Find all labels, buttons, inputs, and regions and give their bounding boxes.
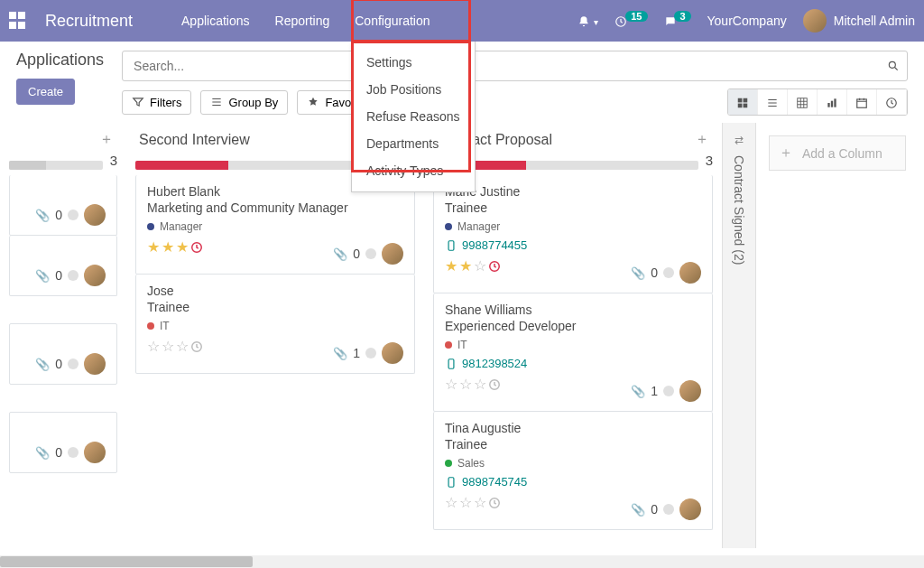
- column-count: 3: [110, 153, 117, 168]
- kanban-card[interactable]: Marie Justine Trainee Manager 9988774455…: [433, 175, 713, 293]
- discuss-badge: 3: [674, 11, 690, 22]
- applicant-name: Marie Justine: [445, 184, 701, 199]
- plus-icon[interactable]: ＋: [695, 130, 709, 149]
- user-menu[interactable]: Mitchell Admin: [803, 9, 915, 33]
- clock-icon: [488, 497, 501, 509]
- svg-rect-18: [448, 478, 454, 488]
- kanban-card[interactable]: Tina Augustie Trainee Sales 9898745745 ☆…: [433, 412, 713, 530]
- column-title: Second Interview: [139, 132, 250, 148]
- svg-rect-6: [798, 98, 808, 108]
- mobile-icon: [445, 239, 457, 252]
- kanban-card[interactable]: 📎0: [9, 236, 117, 296]
- tag-label: IT: [457, 339, 467, 351]
- add-column-label: Add a Column: [802, 146, 882, 161]
- view-graph[interactable]: [818, 89, 847, 115]
- avatar: [803, 9, 827, 33]
- view-switcher: [727, 88, 908, 116]
- menu-job-positions[interactable]: Job Positions: [352, 76, 475, 103]
- kanban-column: ＋ 3 📎0 📎0 📎0 📎0: [0, 123, 126, 548]
- search-input[interactable]: [130, 55, 887, 77]
- svg-rect-9: [834, 99, 836, 107]
- svg-point-1: [889, 61, 895, 68]
- nav-applications[interactable]: Applications: [169, 1, 263, 41]
- phone-number[interactable]: 9898745745: [445, 475, 701, 489]
- status-dot[interactable]: [68, 270, 79, 281]
- applicant-role: Trainee: [147, 300, 403, 314]
- filters-button[interactable]: Filters: [122, 90, 191, 115]
- notifications-icon[interactable]: ▾: [578, 14, 598, 28]
- phone-number[interactable]: 9812398524: [445, 357, 701, 370]
- search-box[interactable]: [122, 51, 908, 81]
- paperclip-icon: 📎: [35, 209, 50, 222]
- company-switcher[interactable]: YourCompany: [707, 14, 787, 28]
- svg-rect-14: [448, 241, 454, 251]
- status-dot[interactable]: [663, 267, 674, 278]
- view-kanban[interactable]: [728, 89, 758, 115]
- horizontal-scrollbar[interactable]: [0, 555, 924, 568]
- paperclip-icon: 📎: [631, 266, 645, 280]
- status-dot[interactable]: [68, 358, 79, 369]
- list-icon: [210, 96, 223, 108]
- avatar: [382, 342, 403, 364]
- paperclip-icon: 📎: [631, 503, 645, 517]
- navbar: Recruitment Applications Reporting Confi…: [0, 0, 924, 42]
- clock-icon: [190, 241, 203, 254]
- view-list[interactable]: [758, 89, 788, 115]
- kanban-card[interactable]: Shane Williams Experienced Developer IT …: [433, 293, 713, 412]
- mobile-icon: [445, 476, 457, 489]
- kanban-card[interactable]: 📎0: [9, 323, 117, 385]
- status-dot[interactable]: [365, 248, 376, 259]
- kanban-card[interactable]: Jose Trainee IT ☆☆☆ 📎1: [135, 275, 415, 374]
- groupby-button[interactable]: Group By: [200, 90, 288, 115]
- search-icon[interactable]: [887, 60, 900, 72]
- brand-title: Recruitment: [45, 12, 133, 31]
- avatar: [84, 204, 106, 226]
- phone-number[interactable]: 9988774455: [445, 238, 701, 252]
- kanban-card[interactable]: 📎0: [9, 175, 117, 236]
- view-activity[interactable]: [877, 89, 907, 115]
- nav-reporting[interactable]: Reporting: [263, 1, 343, 41]
- status-dot[interactable]: [663, 386, 674, 396]
- avatar: [84, 353, 106, 375]
- applicant-role: Trainee: [445, 200, 701, 215]
- view-calendar[interactable]: [847, 89, 877, 115]
- svg-rect-8: [831, 101, 833, 107]
- tag-label: Sales: [457, 457, 485, 470]
- add-column-button[interactable]: ＋ Add a Column: [769, 135, 906, 171]
- star-icon: [307, 96, 319, 108]
- tag-label: Manager: [457, 220, 500, 233]
- menu-activity-types[interactable]: Activity Types: [352, 157, 475, 184]
- tag-dot: [445, 341, 452, 349]
- status-dot[interactable]: [68, 210, 79, 220]
- avatar: [679, 262, 701, 284]
- svg-rect-5: [744, 104, 748, 108]
- add-column: ＋ Add a Column: [756, 123, 919, 548]
- paperclip-icon: 📎: [35, 446, 50, 460]
- activities-icon[interactable]: 15: [614, 14, 647, 28]
- discuss-icon[interactable]: 3: [664, 14, 691, 28]
- tag-dot: [445, 460, 452, 467]
- svg-rect-3: [744, 98, 748, 103]
- menu-settings[interactable]: Settings: [352, 49, 475, 76]
- menu-refuse-reasons[interactable]: Refuse Reasons: [352, 103, 475, 130]
- plus-icon: ＋: [779, 144, 793, 163]
- avatar: [84, 442, 106, 463]
- avatar: [382, 243, 403, 265]
- status-dot[interactable]: [365, 348, 376, 358]
- status-dot[interactable]: [663, 504, 674, 515]
- kanban-card[interactable]: 📎0: [9, 412, 117, 473]
- svg-rect-16: [448, 359, 454, 369]
- apps-icon[interactable]: [9, 12, 27, 30]
- create-button[interactable]: Create: [16, 79, 75, 105]
- applicant-role: Experienced Developer: [445, 319, 701, 333]
- page-title: Applications: [16, 51, 104, 70]
- paperclip-icon: 📎: [35, 358, 50, 371]
- view-pivot[interactable]: [788, 89, 818, 115]
- nav-configuration[interactable]: Configuration: [342, 1, 442, 41]
- nav-right: ▾ 15 3 YourCompany Mitchell Admin: [578, 9, 915, 33]
- status-dot[interactable]: [68, 447, 79, 458]
- clock-icon: [488, 260, 501, 273]
- kanban-folded-column[interactable]: ⇄ Contract Signed (2): [722, 123, 756, 548]
- plus-icon[interactable]: ＋: [99, 130, 114, 149]
- menu-departments[interactable]: Departments: [352, 130, 475, 157]
